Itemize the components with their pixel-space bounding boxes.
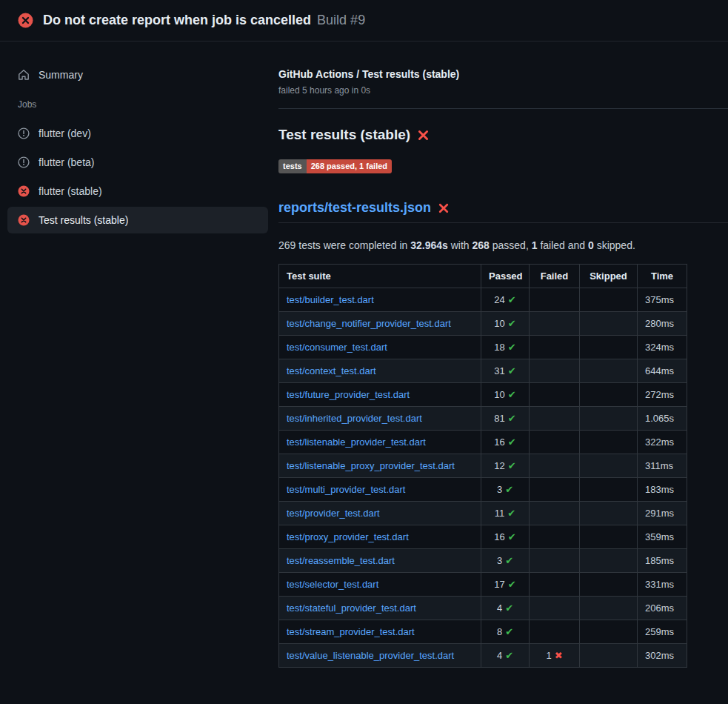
table-row: test/provider_test.dart 11✔ 291ms xyxy=(279,502,687,525)
suite-link[interactable]: test/inherited_provider_test.dart xyxy=(287,413,422,424)
cancelled-status-icon xyxy=(18,127,30,139)
results-summary-text: 269 tests were completed in 32.964s with… xyxy=(278,239,728,251)
skipped-cell xyxy=(580,502,638,525)
skipped-cell xyxy=(580,478,638,502)
skipped-cell xyxy=(580,620,638,644)
suite-link[interactable]: test/stateful_provider_test.dart xyxy=(287,602,416,614)
time-cell: 206ms xyxy=(638,597,687,620)
suite-link[interactable]: test/selector_test.dart xyxy=(287,579,378,590)
skipped-cell xyxy=(580,336,638,359)
passed-count: 4 xyxy=(497,650,502,661)
time-cell: 280ms xyxy=(638,312,687,336)
suite-link[interactable]: test/value_listenable_provider_test.dart xyxy=(287,650,454,661)
passed-count: 81 xyxy=(494,413,504,424)
job-label: flutter (stable) xyxy=(39,185,102,197)
passed-count: 16 xyxy=(494,531,504,542)
cross-icon: ✖ xyxy=(555,650,563,661)
check-icon: ✔ xyxy=(505,555,513,566)
time-cell: 1.065s xyxy=(638,407,687,431)
time-cell: 324ms xyxy=(638,336,687,359)
suite-link[interactable]: test/consumer_test.dart xyxy=(287,342,387,353)
failed-status-icon xyxy=(18,214,30,226)
sidebar-item-summary[interactable]: Summary xyxy=(0,64,278,86)
sidebar-job-test-results-stable[interactable]: Test results (stable) xyxy=(7,207,268,233)
skipped-cell xyxy=(580,597,638,620)
suite-link[interactable]: test/context_test.dart xyxy=(287,365,376,376)
passed-count: 4 xyxy=(497,602,502,614)
job-label: flutter (dev) xyxy=(39,127,91,139)
failed-status-icon xyxy=(18,185,30,197)
check-icon: ✔ xyxy=(508,294,516,305)
column-header-test-suite: Test suite xyxy=(279,265,481,288)
check-icon: ✔ xyxy=(507,508,515,519)
check-icon: ✔ xyxy=(505,484,513,495)
column-header-passed: Passed xyxy=(481,265,530,288)
report-file-link[interactable]: reports/test-results.json xyxy=(278,200,431,216)
suite-link[interactable]: test/stream_provider_test.dart xyxy=(287,626,415,637)
table-row: test/stream_provider_test.dart 8✔ 259ms xyxy=(279,620,687,644)
suite-link[interactable]: test/change_notifier_provider_test.dart xyxy=(287,318,451,329)
badge-label: tests xyxy=(278,159,307,173)
results-table: Test suite Passed Failed Skipped Time te… xyxy=(278,264,687,668)
suite-link[interactable]: test/provider_test.dart xyxy=(287,508,380,519)
check-icon: ✔ xyxy=(508,413,516,424)
time-cell: 322ms xyxy=(638,431,687,454)
breadcrumb: GitHub Actions / Test results (stable) xyxy=(278,68,728,80)
skipped-cell xyxy=(580,359,638,383)
badge-value: 268 passed, 1 failed xyxy=(307,159,392,173)
suite-link[interactable]: test/reassemble_test.dart xyxy=(287,555,395,566)
suite-link[interactable]: test/multi_provider_test.dart xyxy=(287,484,405,495)
passed-count: 17 xyxy=(494,579,504,590)
suite-link[interactable]: test/proxy_provider_test.dart xyxy=(287,531,409,542)
suite-link[interactable]: test/future_provider_test.dart xyxy=(287,389,410,400)
table-row: test/proxy_provider_test.dart 16✔ 359ms xyxy=(279,525,687,549)
results-table-body: test/builder_test.dart 24✔ 375ms test/ch… xyxy=(279,288,687,668)
build-header: Do not create report when job is cancell… xyxy=(0,0,728,41)
sidebar-job-flutter-stable[interactable]: flutter (stable) xyxy=(7,178,268,205)
page-title: Do not create report when job is cancell… xyxy=(43,13,365,28)
table-row: test/reassemble_test.dart 3✔ 185ms xyxy=(279,549,687,573)
suite-link[interactable]: test/builder_test.dart xyxy=(287,294,374,305)
passed-count: 11 xyxy=(495,508,505,519)
skipped-cell xyxy=(580,525,638,549)
time-cell: 259ms xyxy=(638,620,687,644)
table-row: test/change_notifier_provider_test.dart … xyxy=(279,312,687,336)
table-row: test/selector_test.dart 17✔ 331ms xyxy=(279,573,687,597)
failed-count: 1 xyxy=(546,650,551,661)
time-cell: 185ms xyxy=(638,549,687,573)
table-row: test/builder_test.dart 24✔ 375ms xyxy=(279,288,687,312)
check-icon: ✔ xyxy=(508,342,516,353)
build-number: Build #9 xyxy=(317,13,365,28)
passed-count: 3 xyxy=(497,555,502,566)
suite-link[interactable]: test/listenable_proxy_provider_test.dart xyxy=(287,460,455,471)
time-cell: 375ms xyxy=(638,288,687,312)
suite-link[interactable]: test/listenable_provider_test.dart xyxy=(287,436,426,448)
sidebar-job-flutter-beta[interactable]: flutter (beta) xyxy=(7,149,268,176)
table-row: test/context_test.dart 31✔ 644ms xyxy=(279,359,687,383)
passed-count: 3 xyxy=(497,484,502,495)
skipped-cell xyxy=(580,573,638,597)
check-icon: ✔ xyxy=(508,579,516,590)
passed-count: 8 xyxy=(497,626,502,637)
check-icon: ✔ xyxy=(508,436,516,448)
skipped-cell xyxy=(580,383,638,407)
passed-count: 18 xyxy=(494,342,504,353)
build-title: Do not create report when job is cancell… xyxy=(43,13,311,28)
check-icon: ✔ xyxy=(505,626,513,637)
skipped-cell xyxy=(580,407,638,431)
sidebar-job-flutter-dev[interactable]: flutter (dev) xyxy=(7,120,268,147)
passed-count: 10 xyxy=(494,318,504,329)
run-status-text: failed 5 hours ago in 0s xyxy=(278,85,728,96)
column-header-failed: Failed xyxy=(530,265,580,288)
time-cell: 272ms xyxy=(638,383,687,407)
skipped-cell xyxy=(580,288,638,312)
table-row: test/value_listenable_provider_test.dart… xyxy=(279,644,687,668)
table-row: test/listenable_proxy_provider_test.dart… xyxy=(279,454,687,478)
time-cell: 302ms xyxy=(638,644,687,668)
tests-badge: tests 268 passed, 1 failed xyxy=(278,159,392,173)
divider xyxy=(278,108,728,109)
section-heading: Test results (stable) xyxy=(278,127,728,143)
time-cell: 359ms xyxy=(638,525,687,549)
summary-label: Summary xyxy=(39,69,83,81)
passed-count: 12 xyxy=(494,460,504,471)
